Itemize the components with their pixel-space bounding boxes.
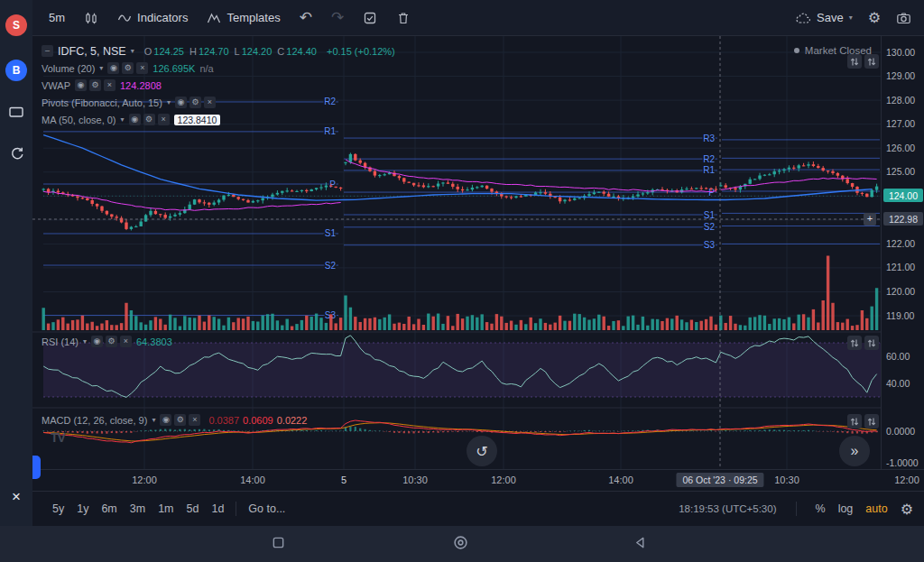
profile-avatar-b[interactable]: B [5, 60, 27, 81]
indicator-label[interactable]: Pivots (Fibonacci, Auto, 15) [42, 97, 162, 108]
macd-value: 0.0222 [277, 415, 308, 426]
gear-icon: ⚙ [868, 9, 881, 26]
remove-icon[interactable]: × [120, 336, 132, 347]
android-navigation-bar [0, 526, 924, 562]
pane-move-button[interactable] [847, 336, 862, 350]
remove-icon[interactable]: × [104, 79, 116, 91]
pane-move-button[interactable] [847, 414, 862, 428]
chart-legend: – IDFC, 5, NSE ▾ O124.25H124.70L124.20C1… [42, 43, 395, 129]
home-button[interactable] [453, 537, 467, 551]
remove-drawings-button[interactable] [396, 11, 411, 25]
back-button[interactable] [633, 537, 647, 551]
close-sidebar-button[interactable]: × [0, 488, 32, 506]
recents-button[interactable] [271, 537, 285, 551]
log-scale-button[interactable]: log [838, 502, 854, 515]
pane-collapse-button[interactable] [864, 54, 879, 69]
recents-square-icon [272, 536, 285, 553]
footer-settings-button[interactable]: ⚙ [901, 501, 913, 518]
svg-text:S2: S2 [325, 261, 337, 271]
save-button[interactable]: Save ▾ [795, 11, 853, 25]
svg-text:S2: S2 [704, 222, 716, 232]
rsi-label[interactable]: RSI (14) [42, 336, 79, 347]
settings-button[interactable]: ⚙ [868, 9, 881, 26]
svg-text:S3: S3 [704, 240, 716, 250]
visibility-icon[interactable]: ◉ [160, 414, 171, 426]
pane-collapse-button[interactable] [864, 414, 879, 428]
svg-text:R2: R2 [703, 154, 715, 164]
visibility-icon[interactable]: ◉ [91, 336, 103, 347]
chart-type-button[interactable] [84, 11, 98, 25]
interval-button[interactable]: 5m [49, 11, 65, 24]
indicator-label[interactable]: MA (50, close, 0) [42, 115, 116, 125]
back-triangle-icon [633, 536, 647, 553]
add-alert-plus-icon[interactable]: + [864, 213, 876, 226]
price-tick: 120.00 [886, 286, 915, 297]
sync-button[interactable] [7, 146, 25, 164]
settings-icon[interactable]: ⚙ [143, 114, 155, 125]
macd-tick: 0.0000 [886, 426, 915, 437]
window-icon [8, 105, 24, 123]
remove-icon[interactable]: × [136, 62, 148, 74]
indicator-value: 124.2808 [120, 80, 162, 91]
rsi-legend: RSI (14) ▾ ◉⚙× 64.3803 [42, 336, 172, 347]
settings-icon[interactable]: ⚙ [122, 62, 134, 74]
pane-move-button[interactable] [847, 54, 862, 69]
tradingview-logo[interactable]: TV [51, 430, 65, 445]
visibility-icon[interactable]: ◉ [129, 114, 141, 125]
chevron-down-icon[interactable]: ▾ [131, 47, 134, 55]
settings-icon[interactable]: ⚙ [106, 336, 117, 347]
range-1m-button[interactable]: 1m [152, 501, 179, 517]
remove-icon[interactable]: × [158, 114, 170, 125]
remove-icon[interactable]: × [204, 97, 216, 108]
time-tick: 10:30 [402, 474, 428, 485]
market-status-label: Market Closed [805, 45, 872, 56]
range-6m-button[interactable]: 6m [96, 501, 122, 517]
indicator-value: n/a [199, 63, 213, 74]
change-value: +0.15 (+0.12%) [327, 46, 395, 57]
range-1y-button[interactable]: 1y [71, 501, 94, 517]
time-tick: 12:00 [491, 474, 516, 485]
price-tick: 122.00 [886, 238, 915, 249]
ohlc-key: O [144, 46, 152, 57]
time-axis[interactable]: 12:0014:00510:3012:0014:0010:3012:0006 O… [32, 469, 924, 491]
settings-icon[interactable]: ⚙ [174, 414, 186, 426]
profile-avatar-s[interactable]: S [5, 14, 27, 36]
indicator-label[interactable]: VWAP [42, 80, 70, 91]
settings-icon[interactable]: ⚙ [189, 97, 201, 108]
ohlc-values: O124.25H124.70L124.20C124.40 [139, 46, 317, 57]
indicator-label[interactable]: Volume (20) [42, 63, 95, 74]
macd-label[interactable]: MACD (12, 26, close, 9) [42, 415, 147, 426]
price-axis[interactable]: 130.00129.00128.00127.00126.00125.00124.… [881, 36, 924, 469]
indicator-row: MA (50, close, 0)▾◉⚙×123.8410 [42, 112, 395, 127]
templates-button[interactable]: Templates [207, 11, 280, 25]
symbol-title[interactable]: IDFC, 5, NSE [58, 45, 126, 58]
chevron-down-icon: ▾ [849, 14, 853, 22]
range-5d-button[interactable]: 5d [181, 501, 205, 517]
window-panel-button[interactable] [7, 105, 25, 123]
select-bars-button[interactable] [363, 11, 377, 25]
clock[interactable]: 18:19:53 (UTC+5:30) [679, 503, 776, 514]
collapse-legend-icon[interactable]: – [42, 45, 53, 57]
settings-icon[interactable]: ⚙ [89, 79, 101, 91]
range-1d-button[interactable]: 1d [206, 501, 229, 517]
drawing-panel-handle[interactable] [32, 456, 41, 479]
remove-icon[interactable]: × [189, 414, 200, 426]
goto-button[interactable]: Go to... [243, 501, 291, 517]
percent-scale-button[interactable]: % [816, 502, 826, 515]
range-5y-button[interactable]: 5y [47, 501, 69, 517]
pane-collapse-button[interactable] [864, 336, 879, 350]
indicators-button[interactable]: Indicators [117, 11, 188, 25]
chevron-down-icon: ▾ [152, 416, 155, 424]
range-3m-button[interactable]: 3m [125, 501, 151, 517]
undo-button[interactable]: ↶ [300, 8, 312, 27]
replay-button[interactable]: ↺ [467, 436, 497, 466]
redo-button[interactable]: ↷ [331, 8, 344, 27]
visibility-icon[interactable]: ◉ [175, 97, 187, 108]
screenshot-button[interactable] [896, 11, 911, 25]
divider [796, 502, 797, 516]
visibility-icon[interactable]: ◉ [107, 62, 119, 74]
scroll-to-realtime-button[interactable]: » [839, 436, 870, 466]
chart-area[interactable]: R2R1PS1S2S3R3R2R1PS1S2S3 – IDFC, 5, NSE … [32, 36, 924, 469]
auto-scale-button[interactable]: auto [865, 502, 887, 515]
visibility-icon[interactable]: ◉ [75, 79, 87, 91]
